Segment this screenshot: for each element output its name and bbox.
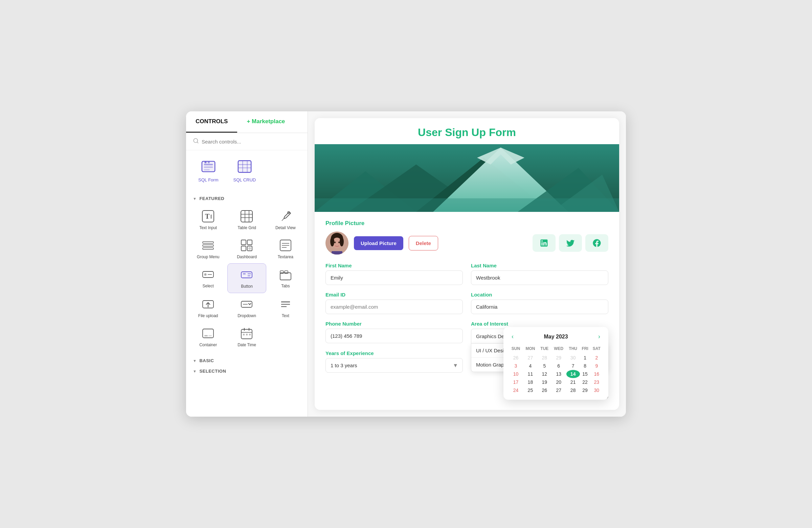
- calendar-day[interactable]: 12: [538, 370, 551, 378]
- control-text-input[interactable]: T Text Input: [189, 205, 227, 234]
- calendar-day[interactable]: 4: [523, 362, 538, 370]
- selection-header[interactable]: ▼ SELECTION: [186, 366, 307, 376]
- control-container[interactable]: Container: [189, 322, 227, 351]
- selection-chevron-icon: ▼: [193, 369, 197, 373]
- control-dashboard[interactable]: Dashboard: [227, 234, 266, 263]
- calendar-day[interactable]: 30: [566, 354, 580, 362]
- control-textarea[interactable]: Textarea: [266, 234, 305, 263]
- calendar-day[interactable]: 29: [580, 386, 590, 394]
- calendar-day[interactable]: 6: [551, 362, 566, 370]
- email-label: Email ID: [325, 292, 463, 298]
- sql-crud-icon: [236, 158, 253, 175]
- dropdown-icon: [240, 297, 254, 311]
- calendar-day[interactable]: 10: [509, 370, 523, 378]
- calendar-day[interactable]: 22: [580, 378, 590, 386]
- svg-rect-8: [238, 161, 251, 173]
- calendar-day[interactable]: 26: [509, 354, 523, 362]
- calendar-day[interactable]: 16: [590, 370, 603, 378]
- years-dropdown[interactable]: 1 to 3 years: [325, 358, 463, 373]
- calendar-day[interactable]: 17: [509, 378, 523, 386]
- calendar-next-button[interactable]: ›: [595, 332, 603, 341]
- dropdown-label: Dropdown: [237, 313, 256, 318]
- calendar-day[interactable]: 7: [566, 362, 580, 370]
- calendar-day[interactable]: 5: [538, 362, 551, 370]
- featured-header[interactable]: ▼ FEATURED: [186, 193, 307, 204]
- first-name-group: First Name: [325, 263, 463, 285]
- tab-marketplace[interactable]: + Marketplace: [237, 111, 294, 133]
- select-label: Select: [202, 284, 214, 288]
- svg-rect-60: [249, 334, 251, 336]
- search-input[interactable]: [202, 139, 301, 144]
- control-sql-crud[interactable]: SQL CRUD: [228, 154, 261, 186]
- control-button[interactable]: Button: [227, 263, 266, 293]
- svg-rect-16: [241, 211, 252, 222]
- calendar-day[interactable]: 25: [523, 386, 538, 394]
- control-date-time[interactable]: Date Time: [227, 322, 266, 351]
- calendar-day[interactable]: 13: [551, 370, 566, 378]
- linkedin-button[interactable]: [533, 234, 555, 252]
- select-icon: [201, 267, 215, 282]
- calendar-day[interactable]: 9: [590, 362, 603, 370]
- control-tabs[interactable]: Tabs: [266, 263, 305, 293]
- calendar-day[interactable]: 29: [551, 354, 566, 362]
- calendar-day[interactable]: 27: [551, 386, 566, 394]
- calendar-day[interactable]: 3: [509, 362, 523, 370]
- calendar-day[interactable]: 20: [551, 378, 566, 386]
- calendar-day[interactable]: 30: [590, 386, 603, 394]
- calendar-day[interactable]: 8: [580, 362, 590, 370]
- calendar-day[interactable]: 24: [509, 386, 523, 394]
- calendar-day[interactable]: 28: [538, 354, 551, 362]
- calendar-day[interactable]: 26: [538, 386, 551, 394]
- delete-button[interactable]: Delete: [409, 236, 438, 251]
- tab-controls[interactable]: CONTROLS: [186, 111, 237, 133]
- file-upload-icon: [201, 297, 215, 311]
- table-grid-label: Table Grid: [237, 225, 256, 230]
- control-group-menu[interactable]: Group Menu: [189, 234, 227, 263]
- date-time-icon: [240, 326, 254, 341]
- calendar-day[interactable]: 14: [566, 370, 580, 378]
- calendar-day[interactable]: 11: [523, 370, 538, 378]
- control-detail-view[interactable]: Detail View: [266, 205, 305, 234]
- calendar-day[interactable]: 19: [538, 378, 551, 386]
- control-dropdown[interactable]: Dropdown: [227, 293, 266, 322]
- twitter-button[interactable]: [559, 234, 582, 252]
- last-name-input[interactable]: [471, 270, 608, 285]
- email-input[interactable]: [325, 300, 463, 314]
- calendar-day[interactable]: 18: [523, 378, 538, 386]
- calendar-day[interactable]: 2: [590, 354, 603, 362]
- facebook-button[interactable]: [585, 234, 608, 252]
- calendar-day[interactable]: 23: [590, 378, 603, 386]
- basic-header[interactable]: ▼ BASIC: [186, 355, 307, 366]
- calendar-day[interactable]: 21: [566, 378, 580, 386]
- featured-label: FEATURED: [199, 196, 224, 201]
- years-label: Years of Experience: [325, 350, 463, 356]
- control-text[interactable]: Text: [266, 293, 305, 322]
- control-sql-form[interactable]: SQL Form: [193, 154, 223, 186]
- calendar-day[interactable]: 1: [580, 354, 590, 362]
- first-name-input[interactable]: [325, 270, 463, 285]
- calendar-day[interactable]: 15: [580, 370, 590, 378]
- text-label: Text: [282, 313, 289, 318]
- svg-rect-25: [241, 240, 246, 245]
- detail-view-icon: [278, 209, 293, 223]
- location-input[interactable]: [471, 300, 608, 314]
- svg-rect-41: [280, 273, 291, 280]
- svg-point-29: [248, 247, 251, 250]
- interest-label: Area of Interest: [471, 321, 608, 327]
- svg-line-1: [197, 142, 198, 143]
- control-file-upload[interactable]: File upload: [189, 293, 227, 322]
- basic-chevron-icon: ▼: [193, 359, 197, 363]
- calendar-day[interactable]: 27: [523, 354, 538, 362]
- calendar-day[interactable]: 28: [566, 386, 580, 394]
- phone-group: Phone Number: [325, 321, 463, 344]
- social-icons: [533, 234, 608, 252]
- svg-rect-27: [241, 246, 246, 251]
- control-select[interactable]: Select: [189, 263, 227, 293]
- upload-picture-button[interactable]: Upload Picture: [354, 236, 403, 250]
- calendar-grid: SUNMONTUEWEDTHUFRISAT 262728293012345678…: [509, 345, 603, 394]
- svg-rect-26: [247, 240, 252, 245]
- control-table-grid[interactable]: Table Grid: [227, 205, 266, 234]
- phone-input[interactable]: [325, 329, 463, 343]
- calendar-prev-button[interactable]: ‹: [509, 332, 516, 341]
- calendar-popup: ‹ May 2023 › SUNMONTUEWEDTHUFRISAT 26272…: [504, 327, 608, 400]
